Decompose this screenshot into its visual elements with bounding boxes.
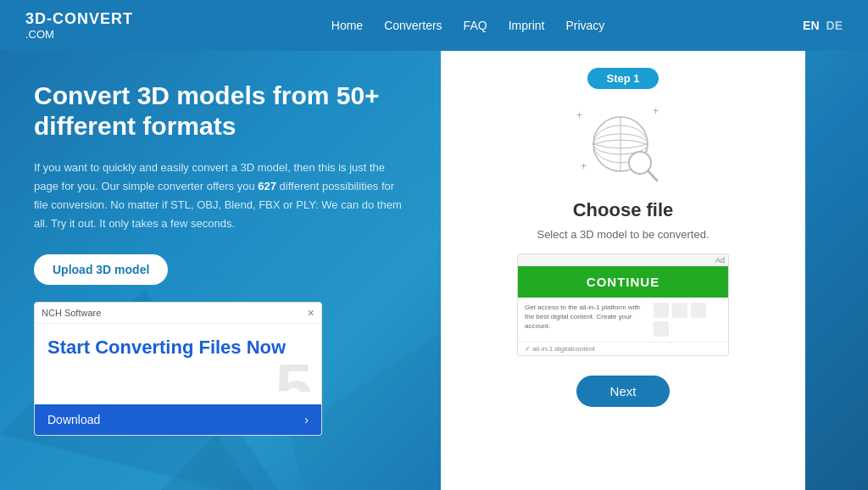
- ad-arrow-icon: ›: [304, 413, 309, 426]
- svg-text:+: +: [653, 105, 659, 117]
- right-ad-inner: Ad CONTINUE Get access to the all-in-1 p…: [518, 254, 728, 355]
- svg-text:+: +: [576, 109, 582, 121]
- right-ad-continue-button[interactable]: CONTINUE: [518, 266, 728, 298]
- right-ad-icons: [654, 303, 721, 337]
- step-badge: Step 1: [587, 68, 658, 89]
- nav: Home Converters FAQ Imprint Privacy: [331, 19, 605, 32]
- ad-icon-2: [672, 303, 687, 318]
- lang-switcher: EN DE: [803, 19, 843, 32]
- ad-close-button[interactable]: ×: [308, 306, 314, 320]
- upload-button[interactable]: Upload 3D model: [34, 254, 168, 285]
- svg-text:+: +: [581, 160, 587, 172]
- right-ad-body: Get access to the all-in-1 platform with…: [518, 298, 728, 342]
- right-ad-footer: ✓ all-in-1.digitalcontent: [518, 342, 728, 355]
- hero-title: Convert 3D models from 50+ different for…: [34, 81, 407, 142]
- nav-converters[interactable]: Converters: [384, 19, 442, 32]
- ad-label-bar: NCH Software ×: [35, 303, 321, 324]
- lang-de[interactable]: DE: [826, 19, 843, 32]
- choose-file-title: Choose file: [573, 199, 674, 221]
- lang-en[interactable]: EN: [803, 19, 819, 32]
- right-ad-text: Get access to the all-in-1 platform with…: [525, 303, 654, 331]
- globe-illustration: + + +: [572, 102, 674, 187]
- svg-line-15: [648, 171, 657, 181]
- nav-faq[interactable]: FAQ: [464, 19, 487, 32]
- logo: 3D-CONVERT .COM: [25, 10, 133, 41]
- next-button[interactable]: Next: [576, 376, 670, 407]
- left-panel: Convert 3D models from 50+ different for…: [0, 51, 441, 490]
- ad-source-label: NCH Software: [42, 308, 101, 318]
- ad-content: 5 Start Converting Files Now: [35, 324, 321, 392]
- ad-download-button[interactable]: Download ›: [35, 404, 321, 435]
- main-content: Convert 3D models from 50+ different for…: [0, 51, 868, 490]
- choose-file-subtitle: Select a 3D model to be converted.: [537, 228, 709, 241]
- nav-imprint[interactable]: Imprint: [509, 19, 545, 32]
- nav-home[interactable]: Home: [331, 19, 363, 32]
- hero-count: 627: [258, 180, 276, 192]
- header: 3D-CONVERT .COM Home Converters FAQ Impr…: [0, 0, 868, 51]
- ad-download-label: Download: [47, 413, 100, 426]
- right-panel-ad: Ad CONTINUE Get access to the all-in-1 p…: [517, 253, 729, 356]
- ad-icon-4: [654, 321, 669, 337]
- hero-description: If you want to quickly and easily conver…: [34, 159, 407, 233]
- right-ad-label: Ad: [518, 254, 728, 266]
- right-panel: Step 1 + + + Choose file: [441, 51, 805, 490]
- left-ad: NCH Software × 5 Start Converting Files …: [34, 302, 322, 436]
- logo-top: 3D-CONVERT: [25, 10, 133, 28]
- ad-icon-3: [691, 303, 706, 318]
- ad-icon-1: [654, 303, 669, 318]
- nav-privacy[interactable]: Privacy: [565, 19, 604, 32]
- logo-bottom: .COM: [25, 28, 133, 41]
- ad-headline: Start Converting Files Now: [47, 337, 309, 359]
